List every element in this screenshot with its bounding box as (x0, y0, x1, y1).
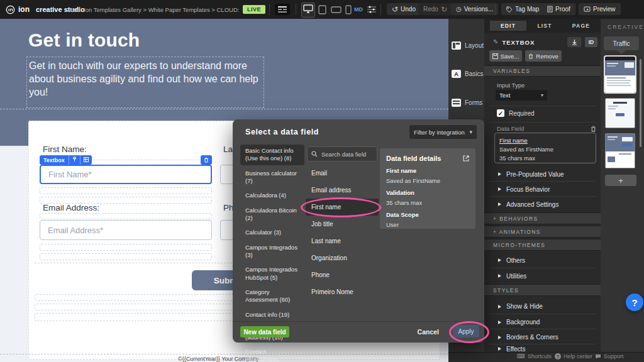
field-item[interactable]: Email (306, 165, 379, 182)
anchor-icon[interactable] (567, 37, 581, 47)
category-item[interactable]: Contact info (19) (240, 309, 304, 321)
section-advanced-settings[interactable]: Advanced Settings (489, 197, 596, 211)
field-item[interactable]: Phone (306, 266, 379, 283)
widget-tag-label: Textbox (40, 157, 69, 163)
brand-name: ion (18, 5, 30, 14)
redo-button[interactable]: Redo ↻ (418, 3, 452, 15)
section-others[interactable]: Others (489, 253, 596, 267)
remove-button[interactable]: Remove (525, 50, 562, 62)
page-thumbnail-2[interactable] (605, 98, 635, 128)
checkbox-checked-icon[interactable]: ✓ (497, 109, 504, 117)
category-item[interactable]: Business calculator (7) (240, 167, 304, 188)
category-item[interactable]: Calculator (3) (240, 226, 304, 239)
section-background[interactable]: Background (489, 315, 596, 329)
tag-map-button[interactable]: Tag Map (501, 3, 544, 15)
page-thumbnail-1[interactable] (605, 57, 635, 92)
section-label: Pre-Populated Value (506, 171, 564, 178)
field-item[interactable]: Organization (306, 250, 379, 266)
micro-themes-header[interactable]: MICRO-THEMES (484, 239, 601, 251)
undo-button[interactable]: ↺ Undo (387, 3, 421, 15)
console-panel-icon[interactable] (275, 4, 290, 15)
section-focus-behavior[interactable]: Focus Behavior (489, 182, 596, 196)
animations-header[interactable]: + ANIMATIONS (484, 226, 601, 238)
id-button[interactable]: ID (585, 37, 597, 47)
shortcuts-link[interactable]: ⌨ Shortcuts (517, 353, 552, 359)
section-label: Show & Hide (506, 303, 543, 310)
breadcrumb[interactable]: Cloud: Ion Templates Gallery > White Pap… (65, 6, 241, 13)
section-borders-corners[interactable]: Borders & Corners (489, 330, 596, 344)
section-show-hide[interactable]: Show & Hide (489, 299, 596, 314)
tab-page[interactable]: PAGE (563, 21, 599, 31)
filter-integration-select[interactable]: Filter by integration ▾ (409, 125, 477, 139)
pin-icon[interactable] (69, 156, 80, 163)
data-field-details-panel: Data field details First name Saved as F… (380, 148, 475, 229)
section-pre-populated[interactable]: Pre-Populated Value (489, 167, 596, 181)
help-center-link[interactable]: ? Help center (555, 353, 592, 359)
category-item[interactable]: Category Assessment (60) (240, 286, 304, 307)
tag-icon (506, 6, 513, 13)
new-data-field-button[interactable]: New data field (240, 326, 289, 337)
device-tablet-icon[interactable] (318, 5, 326, 14)
first-name-input[interactable] (40, 165, 212, 184)
external-link-icon[interactable] (463, 155, 469, 162)
device-desktop-icon[interactable] (301, 3, 315, 18)
variables-header[interactable]: VARIABLES (484, 65, 601, 77)
apply-button[interactable]: Apply (453, 325, 479, 337)
data-field-name[interactable]: First name (499, 136, 591, 145)
pages-scrollbar[interactable] (640, 59, 641, 147)
field-item-selected[interactable]: First name (306, 199, 379, 216)
divider (489, 122, 596, 123)
category-item[interactable]: Calculadora (4) (240, 189, 304, 202)
required-row[interactable]: ✓ Required (497, 109, 535, 117)
input-type-value: Text (499, 92, 510, 99)
hero-paragraph[interactable]: Get in touch with our experts to underst… (26, 57, 264, 108)
traffic-button[interactable]: Traffic (604, 36, 639, 50)
tab-edit[interactable]: EDIT (490, 21, 526, 31)
support-link[interactable]: Support (595, 353, 624, 359)
chevron-right-icon (498, 172, 501, 176)
tool-layout[interactable]: Layout (452, 41, 484, 50)
help-bubble-button[interactable]: ? (626, 293, 643, 311)
breakpoint-md-label[interactable]: MD (354, 6, 363, 13)
divider (489, 268, 596, 268)
section-utilities[interactable]: Utilities (489, 269, 596, 283)
save-button[interactable]: Save... (489, 50, 522, 62)
document-icon (547, 6, 553, 13)
field-item[interactable]: Job title (306, 216, 379, 233)
category-item[interactable]: Campos Integrados (3) (240, 241, 304, 262)
tab-list[interactable]: LIST (526, 21, 563, 31)
proof-button[interactable]: Proof (542, 3, 575, 15)
field-item[interactable]: Email address (306, 182, 379, 199)
page-thumbnail-3[interactable] (605, 133, 635, 168)
tool-label: Basics (465, 70, 483, 77)
behaviors-header[interactable]: + BEHAVIORS (484, 212, 601, 224)
email-input[interactable] (40, 220, 212, 240)
versions-button[interactable]: ◷ Versions... (451, 3, 498, 15)
category-item[interactable]: Campos Integrados HubSpot (5) (240, 263, 304, 284)
category-item[interactable]: Contact info(Campos Integrados) (4) (240, 346, 304, 362)
tool-basics[interactable]: A Basics (452, 70, 483, 78)
settings-sliders-icon[interactable] (367, 6, 376, 13)
category-item[interactable]: Basic Contact info (Use this one) (8) (240, 145, 304, 165)
grid-guide-line (0, 109, 448, 109)
field-item[interactable]: Primeiro Nome (306, 283, 379, 300)
delete-widget-button[interactable] (201, 155, 212, 165)
category-item[interactable]: Calculadora Bitcoin (2) (240, 204, 304, 225)
styles-header[interactable]: STYLES (484, 284, 601, 296)
widget-tag[interactable]: Textbox (40, 155, 92, 165)
device-landscape-icon[interactable] (331, 6, 341, 13)
preview-button[interactable]: Preview (579, 3, 621, 15)
input-type-select[interactable]: Text ▾ (496, 90, 547, 101)
field-item[interactable]: Last name (306, 233, 379, 250)
data-field-box[interactable]: First name Saved as FirstName 35 chars m… (494, 133, 596, 163)
tool-forms[interactable]: Forms (452, 99, 482, 107)
grid-handle-icon[interactable] (80, 157, 92, 163)
trash-icon[interactable] (591, 126, 596, 132)
cancel-button[interactable]: Cancel (418, 328, 439, 336)
device-phone-icon[interactable] (345, 5, 352, 14)
inspector-tabs: EDIT LIST PAGE (484, 19, 601, 33)
question-icon: ? (555, 353, 561, 359)
add-page-button[interactable]: + (605, 175, 636, 186)
basics-icon: A (452, 70, 461, 78)
hero-title[interactable]: Get in touch (28, 30, 140, 51)
